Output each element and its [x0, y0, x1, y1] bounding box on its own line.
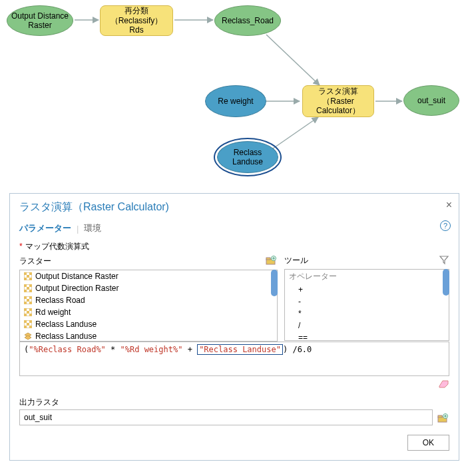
tools-label: ツール — [284, 255, 308, 266]
svg-rect-26 — [27, 299, 29, 302]
svg-rect-20 — [27, 287, 29, 290]
raster-layer-icon — [24, 332, 32, 340]
list-item[interactable]: Reclass Landuse — [20, 330, 277, 342]
raster-icon — [24, 308, 32, 316]
svg-marker-43 — [440, 256, 448, 264]
close-icon[interactable]: × — [446, 199, 452, 211]
tab-environment[interactable]: 環境 — [84, 222, 101, 234]
list-item[interactable]: Reclass Landuse — [20, 318, 277, 330]
help-icon[interactable]: ? — [440, 220, 451, 231]
list-item[interactable]: == — [285, 332, 449, 341]
svg-rect-14 — [27, 275, 29, 278]
node-re-weight[interactable]: Re weight — [205, 85, 266, 117]
svg-rect-33 — [24, 314, 27, 316]
ok-button[interactable]: OK — [407, 435, 449, 451]
svg-rect-25 — [29, 296, 32, 299]
tab-separator: | — [77, 224, 79, 234]
add-raster-icon[interactable] — [264, 254, 278, 268]
dialog-title: ラスタ演算（Raster Calculator) — [19, 200, 449, 214]
operators-header: オペレーター — [285, 270, 449, 284]
svg-rect-38 — [27, 323, 29, 326]
raster-calculator-dialog: × ラスタ演算（Raster Calculator) パラメーター | 環境 ?… — [9, 193, 459, 461]
svg-rect-7 — [266, 258, 270, 260]
raster-icon — [24, 296, 32, 304]
scrollbar-thumb[interactable] — [443, 269, 449, 296]
expression-section-label: *マップ代数演算式 — [19, 241, 449, 252]
svg-rect-46 — [438, 415, 442, 417]
list-item[interactable]: Reclass Road — [20, 294, 277, 306]
node-raster-calculator[interactable]: ラスタ演算（Raster Calculator） — [302, 85, 374, 117]
rasters-listbox[interactable]: Output Distance Raster Output Direction … — [19, 270, 278, 342]
svg-rect-22 — [29, 290, 32, 292]
rasters-label: ラスター — [19, 256, 51, 267]
node-reclassify-rds[interactable]: 再分類（Reclassify）Rds — [100, 5, 173, 36]
svg-rect-13 — [29, 272, 32, 275]
svg-rect-40 — [29, 326, 32, 328]
tab-parameters[interactable]: パラメーター — [19, 222, 71, 234]
filter-icon[interactable] — [439, 254, 449, 267]
expression-input[interactable]: ("%Reclass Road%" * "%Rd weight%" + "Rec… — [19, 342, 449, 376]
raster-icon — [24, 284, 32, 292]
svg-rect-16 — [29, 278, 32, 280]
scrollbar-thumb[interactable] — [271, 270, 278, 296]
browse-output-icon[interactable] — [437, 412, 449, 425]
svg-marker-42 — [25, 336, 31, 340]
svg-rect-30 — [24, 308, 27, 311]
svg-rect-31 — [29, 308, 32, 311]
output-raster-label: 出力ラスタ — [19, 397, 449, 408]
svg-rect-18 — [24, 284, 27, 287]
svg-marker-44 — [439, 381, 448, 387]
svg-rect-28 — [29, 302, 32, 304]
list-item[interactable]: + — [285, 284, 449, 296]
svg-rect-19 — [29, 284, 32, 287]
list-item[interactable]: Output Distance Raster — [20, 270, 277, 282]
node-out-suit[interactable]: out_suit — [403, 85, 459, 116]
list-item[interactable]: * — [285, 308, 449, 320]
svg-rect-37 — [29, 320, 32, 323]
svg-rect-21 — [24, 290, 27, 292]
svg-rect-39 — [24, 326, 27, 328]
svg-rect-32 — [27, 311, 29, 314]
list-item[interactable]: Output Direction Raster — [20, 282, 277, 294]
node-reclass-landuse[interactable]: Reclass Landuse — [217, 141, 278, 173]
output-raster-field[interactable] — [19, 409, 433, 425]
node-output-distance-raster[interactable]: Output Distance Raster — [7, 5, 73, 36]
list-item[interactable]: / — [285, 320, 449, 332]
svg-rect-15 — [24, 278, 27, 280]
raster-icon — [24, 320, 32, 328]
raster-icon — [24, 272, 32, 280]
svg-line-2 — [266, 35, 320, 85]
clear-expression-icon[interactable] — [19, 379, 449, 390]
svg-rect-36 — [24, 320, 27, 323]
svg-rect-12 — [24, 272, 27, 275]
svg-rect-27 — [24, 302, 27, 304]
list-item[interactable]: - — [285, 296, 449, 308]
svg-rect-24 — [24, 296, 27, 299]
svg-rect-34 — [29, 314, 32, 316]
list-item[interactable]: Rd weight — [20, 306, 277, 318]
operators-listbox[interactable]: オペレーター + - * / == — [284, 269, 449, 341]
node-reclass-road[interactable]: Reclass_Road — [214, 5, 281, 36]
